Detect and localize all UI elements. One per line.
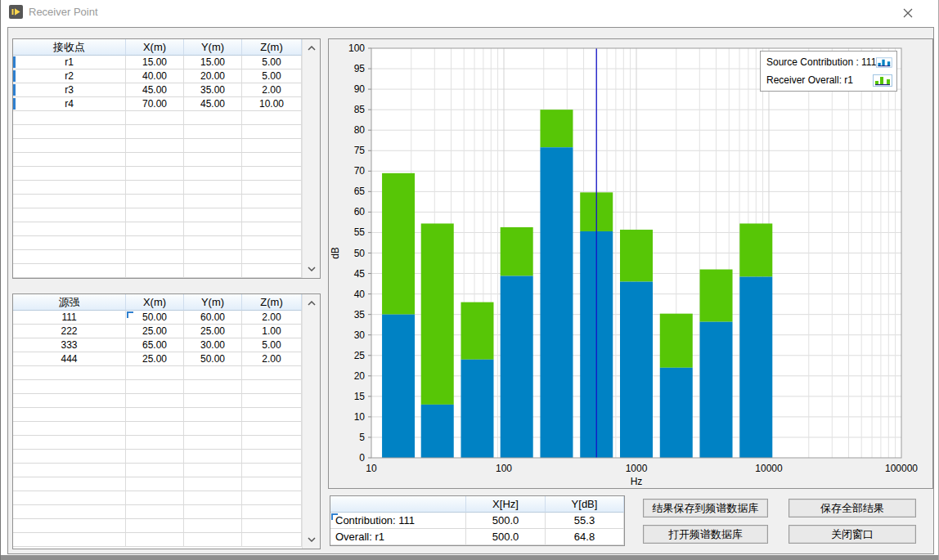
column-header[interactable]: X(m)	[126, 39, 184, 56]
table-row-empty[interactable]	[13, 380, 302, 394]
table-cell[interactable]	[184, 505, 242, 519]
table-cell[interactable]	[13, 436, 126, 450]
table-row-empty[interactable]	[13, 195, 302, 208]
table-cell[interactable]	[184, 380, 242, 394]
table-cell[interactable]: 2.00	[242, 311, 302, 325]
spectrum-chart[interactable]: 0510152025303540455055606570758085909510…	[329, 39, 932, 491]
table-cell[interactable]	[184, 366, 242, 380]
legend-item-contribution[interactable]: Source Contribution : 111	[761, 53, 896, 71]
table-cell[interactable]: 10.00	[242, 97, 302, 111]
table-cell[interactable]	[242, 464, 302, 477]
table-cell[interactable]	[13, 264, 126, 278]
table-cell[interactable]	[242, 450, 302, 464]
table-row-empty[interactable]	[13, 422, 302, 436]
table-cell[interactable]	[13, 139, 126, 153]
table-cell[interactable]	[126, 167, 184, 181]
table-cell[interactable]	[126, 491, 184, 505]
table-cell[interactable]	[126, 533, 184, 547]
scroll-up-icon[interactable]	[303, 41, 320, 56]
table-cell[interactable]	[242, 366, 302, 380]
table-cell[interactable]: 333	[13, 338, 126, 352]
table-cell[interactable]: r1	[13, 56, 126, 69]
table-cell[interactable]: r2	[13, 69, 126, 83]
column-header[interactable]: X[Hz]	[466, 496, 546, 513]
table-cell[interactable]: 1.00	[242, 325, 302, 338]
table-cell[interactable]: 30.00	[184, 338, 242, 352]
table-cell[interactable]: 25.00	[126, 325, 184, 338]
open-spectrum-db-button[interactable]: 打开频谱数据库	[643, 525, 768, 544]
table-cell[interactable]: 5.00	[242, 56, 302, 69]
table-cell[interactable]	[184, 181, 242, 195]
table-cell[interactable]: 20.00	[184, 69, 242, 83]
table-row[interactable]: 33365.0030.005.00	[13, 338, 302, 352]
table-cell[interactable]	[126, 264, 184, 278]
table-cell[interactable]	[242, 477, 302, 491]
table-cell[interactable]	[13, 505, 126, 519]
frequency-spectrum-plot[interactable]: 0510152025303540455055606570758085909510…	[329, 39, 932, 488]
table-row-empty[interactable]	[13, 408, 302, 422]
table-cell[interactable]	[13, 366, 126, 380]
table-row-empty[interactable]	[13, 533, 302, 547]
table-cell[interactable]	[13, 181, 126, 195]
table-cell[interactable]	[126, 195, 184, 208]
legend-item-overall[interactable]: Receiver Overall: r1	[761, 71, 896, 89]
table-row-empty[interactable]	[13, 505, 302, 519]
column-header[interactable]	[330, 496, 466, 513]
table-cell[interactable]	[126, 477, 184, 491]
scroll-down-icon[interactable]	[303, 262, 320, 276]
table-cell[interactable]	[126, 436, 184, 450]
table-cell[interactable]	[184, 477, 242, 491]
table-cell[interactable]	[13, 408, 126, 422]
table-cell[interactable]: 15.00	[184, 56, 242, 69]
table-row-empty[interactable]	[13, 111, 302, 125]
table-cell[interactable]: 15.00	[126, 56, 184, 69]
table-cell[interactable]	[126, 236, 184, 250]
scroll-up-icon[interactable]	[303, 296, 320, 311]
table-row[interactable]: r345.0035.002.00	[13, 83, 302, 97]
table-cell[interactable]	[184, 450, 242, 464]
table-cell[interactable]	[13, 380, 126, 394]
table-cell[interactable]: 25.00	[126, 352, 184, 366]
receiver-table-scrollbar[interactable]	[302, 39, 320, 278]
table-cell[interactable]	[184, 394, 242, 408]
table-cell[interactable]	[242, 236, 302, 250]
table-cell[interactable]: 35.00	[184, 83, 242, 97]
table-cell[interactable]	[242, 533, 302, 547]
table-row[interactable]: Contribution: 111500.055.3	[330, 513, 624, 529]
table-cell[interactable]	[184, 533, 242, 547]
table-cell[interactable]	[13, 533, 126, 547]
table-cell[interactable]	[242, 505, 302, 519]
table-cell[interactable]	[242, 264, 302, 278]
table-row[interactable]: 44425.0050.002.00	[13, 352, 302, 366]
table-cell[interactable]	[184, 519, 242, 533]
table-cell[interactable]	[242, 139, 302, 153]
table-cell[interactable]	[242, 167, 302, 181]
table-cell[interactable]: 55.3	[546, 513, 624, 529]
table-cell[interactable]	[126, 380, 184, 394]
column-header[interactable]: 接收点	[13, 39, 126, 56]
table-row-empty[interactable]	[13, 250, 302, 264]
table-row-empty[interactable]	[13, 125, 302, 139]
table-row[interactable]: r115.0015.005.00	[13, 56, 302, 69]
column-header[interactable]: X(m)	[126, 294, 184, 311]
table-row-empty[interactable]	[13, 167, 302, 181]
table-cell[interactable]: 45.00	[126, 83, 184, 97]
table-cell[interactable]: 64.8	[546, 529, 624, 545]
table-cell[interactable]	[184, 153, 242, 167]
table-cell[interactable]	[13, 450, 126, 464]
table-row[interactable]: r240.0020.005.00	[13, 69, 302, 83]
table-cell[interactable]	[184, 250, 242, 264]
save-all-results-button[interactable]: 保存全部结果	[788, 499, 916, 517]
table-cell[interactable]	[13, 394, 126, 408]
table-cell[interactable]: 2.00	[242, 352, 302, 366]
table-cell[interactable]	[126, 125, 184, 139]
table-row[interactable]: r470.0045.0010.00	[13, 97, 302, 111]
table-cell[interactable]	[126, 250, 184, 264]
close-button[interactable]	[901, 6, 915, 20]
table-cell[interactable]	[184, 264, 242, 278]
table-cell[interactable]: 65.00	[126, 338, 184, 352]
table-row-empty[interactable]	[13, 236, 302, 250]
table-cell[interactable]	[242, 125, 302, 139]
column-header[interactable]: Y(m)	[184, 39, 242, 56]
table-cell[interactable]: 500.0	[466, 529, 546, 545]
